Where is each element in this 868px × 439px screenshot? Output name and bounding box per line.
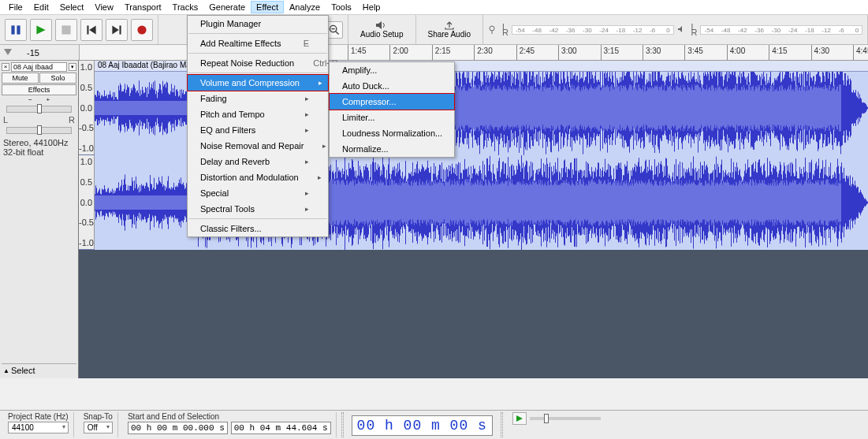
effect-menu-item[interactable]: Classic Filters... bbox=[188, 221, 328, 236]
timeline-origin: -15 bbox=[27, 48, 39, 58]
svg-marker-21 bbox=[516, 415, 523, 422]
track-menu-button[interactable]: ▾ bbox=[69, 63, 76, 71]
project-rate-label: Project Rate (Hz) bbox=[8, 412, 69, 421]
effect-menu-item[interactable]: Pitch and Tempo▸ bbox=[188, 106, 328, 122]
svg-rect-3 bbox=[61, 25, 70, 34]
effects-button[interactable]: Effects bbox=[2, 84, 76, 95]
solo-button[interactable]: Solo bbox=[39, 73, 76, 84]
menu-transport[interactable]: Transport bbox=[119, 1, 167, 13]
svg-point-8 bbox=[137, 25, 146, 34]
track-format-info: Stereo, 44100Hz 32-bit float bbox=[2, 136, 76, 158]
svg-marker-5 bbox=[89, 25, 95, 34]
share-audio-label: Share Audio bbox=[428, 30, 471, 39]
pan-slider[interactable] bbox=[6, 127, 72, 134]
audio-position[interactable]: 00 h 00 m 00 s bbox=[352, 415, 493, 436]
selection-end[interactable]: 00 h 04 m 44.604 s bbox=[231, 422, 331, 434]
svg-rect-7 bbox=[120, 25, 121, 34]
svg-marker-19 bbox=[678, 26, 682, 32]
play-at-speed[interactable] bbox=[508, 412, 605, 425]
amplitude-scale: 1.00.50.0-0.5-1.0 bbox=[79, 61, 95, 154]
volume-submenu-item[interactable]: Normalize... bbox=[330, 141, 454, 157]
gain-slider[interactable] bbox=[6, 106, 72, 113]
mute-button[interactable]: Mute bbox=[2, 73, 39, 84]
svg-marker-6 bbox=[112, 25, 118, 34]
project-rate-select[interactable]: 44100 bbox=[8, 422, 69, 433]
stop-button[interactable] bbox=[55, 19, 77, 41]
timeline[interactable]: -15 1:452:002:152:302:453:003:153:303:45… bbox=[0, 45, 868, 61]
select-button[interactable]: Select bbox=[11, 366, 35, 375]
record-button[interactable] bbox=[131, 19, 153, 41]
svg-marker-20 bbox=[4, 49, 12, 55]
menu-select[interactable]: Select bbox=[54, 1, 90, 13]
bottom-toolbar: Project Rate (Hz) 44100 Snap-To Off Star… bbox=[0, 410, 868, 439]
pin-icon[interactable] bbox=[3, 48, 13, 58]
skip-end-button[interactable] bbox=[106, 19, 128, 41]
playback-meter[interactable]: -54-48-42-36-30-24-18-12-60 bbox=[700, 25, 862, 35]
effect-menu-item[interactable]: Noise Removal and Repair▸ bbox=[188, 138, 328, 154]
collapse-button[interactable]: ▲ bbox=[3, 367, 9, 374]
menu-generate[interactable]: Generate bbox=[203, 1, 251, 13]
svg-rect-4 bbox=[87, 25, 88, 34]
menu-tools[interactable]: Tools bbox=[326, 1, 357, 13]
menubar[interactable]: FileEditSelectViewTransportTracksGenerat… bbox=[0, 0, 868, 15]
effect-menu-item[interactable]: Plugin Manager bbox=[188, 16, 328, 32]
effect-menu-item[interactable]: Distortion and Modulation▸ bbox=[188, 169, 328, 185]
effect-menu-item[interactable]: EQ and Filters▸ bbox=[188, 122, 328, 138]
menu-help[interactable]: Help bbox=[357, 1, 386, 13]
effect-menu[interactable]: Plugin ManagerAdd Realtime EffectsERepea… bbox=[187, 15, 329, 237]
selection-start[interactable]: 00 h 00 m 00.000 s bbox=[128, 422, 228, 434]
play-speed-slider[interactable] bbox=[530, 417, 601, 420]
menu-effect[interactable]: Effect bbox=[251, 1, 284, 13]
svg-marker-2 bbox=[36, 25, 45, 34]
menu-tracks[interactable]: Tracks bbox=[167, 1, 204, 13]
effect-menu-item[interactable]: Delay and Reverb▸ bbox=[188, 154, 328, 169]
effect-menu-item[interactable]: Special▸ bbox=[188, 185, 328, 201]
effect-menu-item[interactable]: Repeat Noise ReductionCtrl+R bbox=[188, 55, 328, 71]
selection-label: Start and End of Selection bbox=[128, 412, 331, 421]
effect-menu-item[interactable]: Fading▸ bbox=[188, 91, 328, 106]
share-icon bbox=[444, 20, 455, 30]
menu-analyze[interactable]: Analyze bbox=[284, 1, 326, 13]
audio-setup-button[interactable]: Audio Setup bbox=[353, 17, 411, 43]
volume-submenu-item[interactable]: Loudness Normalization... bbox=[330, 125, 454, 141]
effect-menu-item[interactable]: Spectral Tools▸ bbox=[188, 201, 328, 217]
speaker-icon bbox=[375, 20, 388, 30]
meter-lr-label: LR bbox=[502, 24, 509, 35]
record-meter[interactable]: -54-48-42-36-30-24-18-12-60 bbox=[512, 25, 674, 35]
amplitude-scale: 1.00.50.0-0.5-1.0 bbox=[79, 155, 95, 249]
toolbar: Audio Setup Share Audio LR -54-48-42-36-… bbox=[0, 15, 868, 45]
play-speed-button[interactable] bbox=[512, 412, 527, 425]
speaker-icon bbox=[677, 24, 688, 35]
mic-icon bbox=[488, 24, 499, 35]
menu-edit[interactable]: Edit bbox=[28, 1, 54, 13]
volume-compression-submenu[interactable]: Amplify...Auto Duck...Compressor...Limit… bbox=[329, 61, 455, 158]
svg-line-14 bbox=[335, 31, 338, 34]
effect-menu-item[interactable]: Volume and Compression▸ bbox=[187, 74, 329, 91]
skip-start-button[interactable] bbox=[80, 19, 102, 41]
meter-lr-label: LR bbox=[691, 24, 698, 35]
volume-submenu-item[interactable]: Limiter... bbox=[330, 110, 454, 125]
svg-marker-16 bbox=[376, 21, 382, 29]
volume-submenu-item[interactable]: Compressor... bbox=[329, 93, 455, 110]
svg-point-17 bbox=[490, 26, 494, 31]
volume-submenu-item[interactable]: Amplify... bbox=[330, 62, 454, 78]
audio-setup-label: Audio Setup bbox=[360, 30, 404, 39]
svg-rect-0 bbox=[11, 25, 14, 34]
volume-submenu-item[interactable]: Auto Duck... bbox=[330, 78, 454, 94]
svg-rect-1 bbox=[17, 25, 20, 34]
share-audio-button[interactable]: Share Audio bbox=[421, 17, 479, 43]
menu-file[interactable]: File bbox=[3, 1, 28, 13]
menu-view[interactable]: View bbox=[89, 1, 119, 13]
close-track-button[interactable]: × bbox=[2, 63, 9, 71]
track-name[interactable]: 08 Aaj Ibaad bbox=[11, 62, 67, 72]
pause-button[interactable] bbox=[5, 19, 27, 41]
play-button[interactable] bbox=[30, 19, 52, 41]
effect-menu-item[interactable]: Add Realtime EffectsE bbox=[188, 35, 328, 51]
track-control-panel[interactable]: × 08 Aaj Ibaad ▾ Mute Solo Effects − + L… bbox=[0, 61, 79, 378]
snap-to-label: Snap-To bbox=[84, 412, 113, 421]
snap-to-select[interactable]: Off bbox=[84, 422, 113, 433]
